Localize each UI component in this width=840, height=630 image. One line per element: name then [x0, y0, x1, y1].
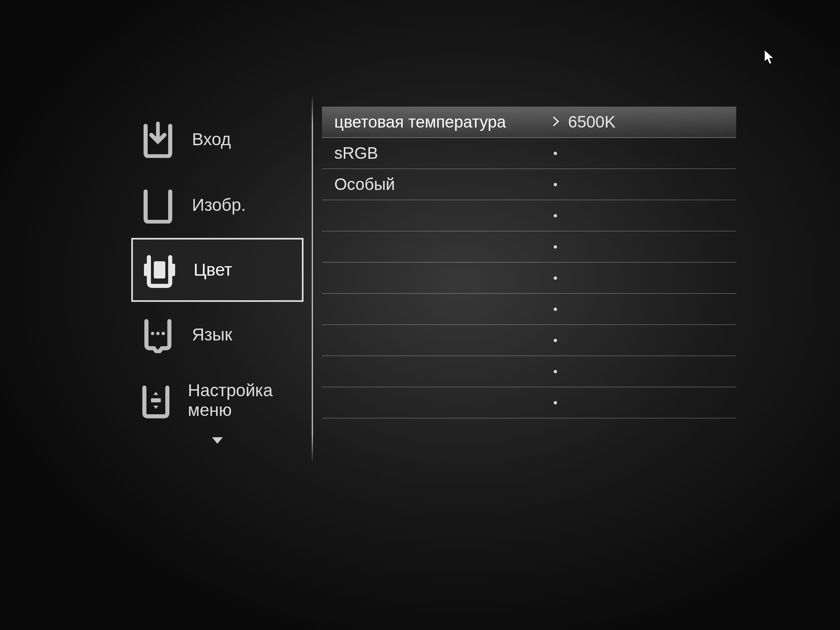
dot-icon [554, 339, 557, 342]
svg-point-5 [162, 332, 165, 335]
svg-rect-2 [154, 261, 165, 278]
tab-language-label: Язык [192, 325, 232, 345]
tab-language[interactable]: Язык [131, 302, 304, 368]
settings-panel: цветовая температура 6500K sRGB Особый [322, 107, 736, 463]
tab-color[interactable]: Цвет [131, 238, 304, 302]
dot-icon [554, 183, 557, 186]
svg-marker-10 [765, 50, 774, 64]
row-value: 6500K [543, 113, 736, 131]
row-srgb[interactable]: sRGB [322, 138, 736, 169]
tab-image-label: Изобр. [192, 195, 246, 215]
dot-icon [554, 152, 557, 155]
row-empty[interactable] [322, 231, 736, 262]
menu-setup-icon [135, 380, 176, 421]
row-custom[interactable]: Особый [322, 169, 736, 200]
chevron-right-icon [552, 116, 560, 128]
tab-input-label: Вход [192, 130, 231, 149]
svg-point-3 [151, 332, 154, 335]
row-empty[interactable] [322, 356, 736, 387]
scroll-down-indicator[interactable] [131, 436, 304, 445]
input-icon [135, 119, 180, 160]
vertical-divider [312, 94, 313, 463]
dot-icon [554, 214, 557, 217]
row-empty[interactable] [322, 387, 736, 418]
svg-rect-8 [151, 398, 161, 402]
image-icon [135, 185, 180, 226]
row-empty[interactable] [322, 325, 736, 356]
svg-rect-0 [144, 264, 148, 276]
dot-icon [554, 245, 557, 249]
dot-icon [554, 401, 557, 404]
row-label: Особый [322, 175, 543, 194]
mouse-cursor-icon [764, 49, 775, 66]
row-empty[interactable] [322, 262, 736, 294]
color-icon [137, 249, 182, 290]
tab-input[interactable]: Вход [131, 107, 304, 172]
tab-color-label: Цвет [194, 260, 232, 280]
svg-marker-7 [153, 406, 158, 409]
osd-tab-list: Вход Изобр. Цвет [131, 107, 304, 463]
tab-menu-setup-label: Настройка меню [188, 381, 304, 420]
dot-icon [554, 370, 557, 373]
row-empty[interactable] [322, 294, 736, 325]
dot-icon [554, 276, 557, 280]
tab-menu-setup[interactable]: Настройка меню [131, 368, 304, 433]
svg-rect-1 [171, 264, 175, 276]
row-color-temperature[interactable]: цветовая температура 6500K [322, 107, 736, 138]
svg-point-4 [156, 332, 160, 335]
row-empty[interactable] [322, 200, 736, 231]
svg-marker-9 [212, 437, 223, 444]
language-icon [135, 314, 180, 355]
osd-menu: Вход Изобр. Цвет [131, 107, 736, 463]
dot-icon [554, 308, 557, 311]
tab-image[interactable]: Изобр. [131, 172, 304, 238]
row-label: цветовая температура [322, 113, 543, 131]
row-label: sRGB [322, 144, 543, 162]
svg-marker-6 [153, 392, 158, 395]
